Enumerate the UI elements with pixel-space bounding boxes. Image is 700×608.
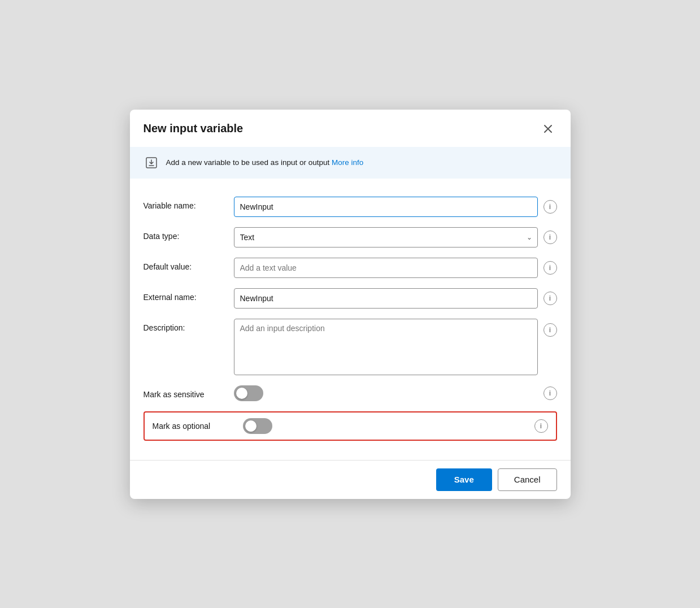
more-info-link[interactable]: More info [332, 158, 363, 167]
external-name-control: i [234, 288, 557, 309]
variable-name-row: Variable name: i [144, 197, 557, 217]
toggle-thumb [236, 388, 247, 399]
default-value-row: Default value: i [144, 258, 557, 278]
banner-text: Add a new variable to be used as input o… [166, 158, 364, 167]
form-body: Variable name: i Data type: Text Number … [130, 183, 571, 460]
description-row: Description: i [144, 319, 557, 375]
description-info-button[interactable]: i [544, 323, 557, 337]
description-label: Description: [144, 319, 234, 332]
variable-name-control: i [234, 197, 557, 217]
dialog-header: New input variable [130, 110, 571, 147]
mark-as-optional-label: Mark as optional [153, 422, 243, 431]
default-value-info-button[interactable]: i [544, 261, 557, 275]
cancel-button[interactable]: Cancel [498, 468, 557, 491]
info-banner: Add a new variable to be used as input o… [130, 147, 571, 179]
default-value-input[interactable] [234, 258, 538, 278]
sensitive-toggle[interactable] [234, 385, 263, 401]
data-type-select-wrap: Text Number Boolean List DataRow DateTim… [234, 227, 538, 247]
dialog-title: New input variable [144, 122, 244, 135]
optional-toggle[interactable] [243, 418, 272, 434]
external-name-info-button[interactable]: i [544, 292, 557, 305]
sensitive-toggle-wrap [234, 385, 263, 401]
close-button[interactable] [539, 120, 557, 138]
external-name-row: External name: i [144, 288, 557, 309]
save-button[interactable]: Save [436, 468, 492, 491]
default-value-control: i [234, 258, 557, 278]
optional-toggle-wrap [243, 418, 534, 434]
data-type-row: Data type: Text Number Boolean List Data… [144, 227, 557, 247]
description-input[interactable] [234, 319, 538, 375]
optional-info-button[interactable]: i [534, 419, 548, 433]
variable-name-label: Variable name: [144, 197, 234, 210]
data-type-select[interactable]: Text Number Boolean List DataRow DateTim… [234, 227, 538, 247]
download-icon [144, 155, 159, 171]
data-type-info-button[interactable]: i [544, 231, 557, 244]
data-type-control: Text Number Boolean List DataRow DateTim… [234, 227, 557, 247]
default-value-label: Default value: [144, 258, 234, 271]
optional-row-inner: Mark as optional i [153, 418, 548, 434]
variable-name-info-button[interactable]: i [544, 200, 557, 214]
mark-as-sensitive-label: Mark as sensitive [144, 385, 234, 399]
toggle-thumb-optional [245, 420, 256, 432]
data-type-label: Data type: [144, 227, 234, 241]
external-name-input[interactable] [234, 288, 538, 309]
variable-name-input[interactable] [234, 197, 538, 217]
new-input-variable-dialog: New input variable Add a new variable to… [130, 110, 571, 499]
mark-as-optional-highlight: Mark as optional i [144, 411, 557, 441]
description-control: i [234, 319, 557, 375]
sensitive-control: i [234, 385, 557, 401]
sensitive-info-button[interactable]: i [544, 386, 557, 400]
dialog-footer: Save Cancel [130, 460, 571, 499]
mark-as-sensitive-row: Mark as sensitive i [144, 385, 557, 401]
external-name-label: External name: [144, 288, 234, 302]
